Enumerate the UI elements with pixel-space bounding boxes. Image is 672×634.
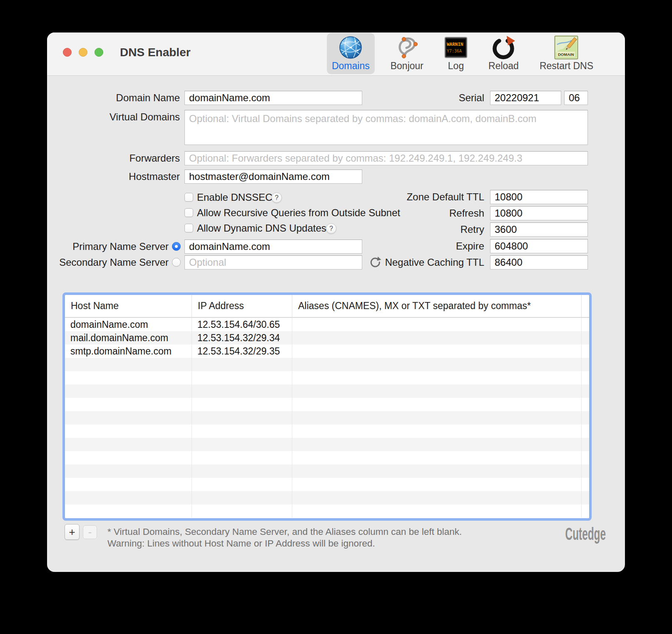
primary-ns-radio[interactable] <box>172 242 181 251</box>
cell-ip-address[interactable]: 12.53.154.32/29.34 <box>192 331 292 344</box>
secondary-ns-input[interactable] <box>184 255 362 270</box>
table-empty-row[interactable] <box>65 424 589 438</box>
cell-host-name[interactable]: smtp.domainName.com <box>65 344 192 358</box>
add-row-button[interactable]: + <box>65 524 80 540</box>
globe-network-icon <box>338 35 363 60</box>
primary-ns-label: Primary Name Server <box>47 240 169 254</box>
hostmaster-label: Hostmaster <box>47 170 180 184</box>
serial-suffix-input[interactable] <box>564 91 588 105</box>
toolbar-label-bonjour: Bonjour <box>391 60 423 72</box>
zoom-button[interactable] <box>95 48 103 57</box>
toolbar-label-restart-dns: Restart DNS <box>540 60 593 72</box>
screenshot-stage: DNS Enabler <box>0 0 672 634</box>
virtual-domains-label: Virtual Domains <box>47 110 180 124</box>
table-empty-row[interactable] <box>65 464 589 478</box>
table-empty-row[interactable] <box>65 371 589 384</box>
allow-dynamic-dns-label: Allow Dynamic DNS Updates <box>197 222 326 234</box>
table-empty-row[interactable] <box>65 384 589 398</box>
table-empty-row[interactable] <box>65 504 589 518</box>
toolbar-item-log[interactable]: WARNIN Y7:36A Log <box>439 33 473 74</box>
toolbar-item-domains[interactable]: Domains <box>327 33 375 74</box>
forwarders-label: Forwarders <box>47 151 180 165</box>
column-header-extra <box>582 295 589 317</box>
column-header-ip-address[interactable]: IP Address <box>192 295 292 317</box>
serial-input[interactable] <box>490 91 561 105</box>
close-button[interactable] <box>63 48 72 57</box>
table-empty-row[interactable] <box>65 478 589 491</box>
host-table: Host Name IP Address Aliases (CNAMES), M… <box>62 292 592 521</box>
titlebar: DNS Enabler <box>47 32 625 76</box>
table-row[interactable]: domainName.com 12.53.154.64/30.65 <box>65 318 589 331</box>
footnote-line-1: * Virtual Domains, Secondary Name Server… <box>107 526 462 538</box>
table-empty-row[interactable] <box>65 358 589 371</box>
table-empty-row[interactable] <box>65 451 589 464</box>
negative-caching-ttl-input[interactable] <box>490 255 588 270</box>
expire-input[interactable] <box>490 239 588 253</box>
retry-label: Retry <box>338 222 484 237</box>
virtual-domains-textarea[interactable] <box>184 110 588 145</box>
remove-row-button[interactable]: - <box>83 525 97 539</box>
cell-aliases[interactable] <box>292 331 582 344</box>
table-row[interactable]: mail.domainName.com 12.53.154.32/29.34 <box>65 331 589 344</box>
app-window: DNS Enabler <box>47 32 625 572</box>
svg-text:WARNIN: WARNIN <box>447 42 463 47</box>
toolbar-item-bonjour[interactable]: Bonjour <box>386 33 428 74</box>
cell-ip-address[interactable]: 12.53.154.64/30.65 <box>192 318 292 331</box>
footnote: * Virtual Domains, Secondary Name Server… <box>107 526 462 549</box>
reload-circular-arrow-icon <box>491 35 515 60</box>
refresh-input[interactable] <box>490 206 588 220</box>
toolbar-label-domains: Domains <box>332 60 370 72</box>
toolbar-item-restart-dns[interactable]: DOMAIN Restart DNS <box>535 33 598 74</box>
allow-recursive-queries-checkbox[interactable] <box>184 208 193 217</box>
zone-default-ttl-input[interactable] <box>490 190 588 204</box>
negative-caching-ttl-label: Negative Caching TTL <box>338 255 484 270</box>
domain-name-input[interactable] <box>184 91 362 105</box>
toolbar: Domains Bonj <box>327 34 598 74</box>
svg-text:DOMAIN: DOMAIN <box>558 52 574 57</box>
cell-host-name[interactable]: mail.domainName.com <box>65 331 192 344</box>
toolbar-label-log: Log <box>448 60 464 72</box>
refresh-label: Refresh <box>338 206 484 220</box>
cell-host-name[interactable]: domainName.com <box>65 318 192 331</box>
secondary-ns-radio[interactable] <box>172 258 181 267</box>
primary-ns-input[interactable] <box>184 240 362 254</box>
allow-dynamic-dns-checkbox[interactable] <box>184 224 193 232</box>
cell-aliases[interactable] <box>292 318 582 331</box>
zone-default-ttl-label: Zone Default TTL <box>338 190 484 204</box>
serial-label: Serial <box>351 91 484 105</box>
expire-label: Expire <box>338 239 484 253</box>
toolbar-item-reload[interactable]: Reload <box>483 33 524 74</box>
dnssec-help-button[interactable]: ? <box>271 192 282 203</box>
window-title: DNS Enabler <box>120 46 191 59</box>
table-body: domainName.com 12.53.154.64/30.65 mail.d… <box>65 318 589 518</box>
domain-map-pencil-icon: DOMAIN <box>554 35 578 60</box>
footnote-line-2: Warning: Lines without Host Name or IP A… <box>107 538 462 549</box>
table-empty-row[interactable] <box>65 398 589 411</box>
minimize-button[interactable] <box>79 48 87 57</box>
table-empty-row[interactable] <box>65 491 589 504</box>
dynamic-dns-help-button[interactable]: ? <box>326 223 336 234</box>
log-led-sign-icon: WARNIN Y7:36A <box>444 35 468 60</box>
cell-ip-address[interactable]: 12.53.154.32/29.35 <box>192 344 292 358</box>
column-header-host-name[interactable]: Host Name <box>65 295 192 317</box>
svg-text:Y7:36A: Y7:36A <box>447 49 462 53</box>
table-empty-row[interactable] <box>65 438 589 451</box>
column-header-aliases[interactable]: Aliases (CNAMES), MX or TXT separated by… <box>292 295 582 317</box>
secondary-ns-label: Secondary Name Server <box>47 255 169 270</box>
bonjour-icon <box>395 35 418 60</box>
enable-dnssec-label: Enable DNSSEC <box>197 192 272 203</box>
forwarders-input[interactable] <box>184 151 588 165</box>
table-empty-row[interactable] <box>65 411 589 424</box>
cutedge-logo: Cutedge <box>565 524 606 544</box>
host-table-header: Host Name IP Address Aliases (CNAMES), M… <box>65 295 589 318</box>
hostmaster-input[interactable] <box>184 170 362 184</box>
table-row[interactable]: smtp.domainName.com 12.53.154.32/29.35 <box>65 344 589 358</box>
cell-aliases[interactable] <box>292 344 582 358</box>
domain-name-label: Domain Name <box>47 91 180 105</box>
retry-input[interactable] <box>490 222 588 237</box>
enable-dnssec-checkbox[interactable] <box>184 193 193 202</box>
toolbar-label-reload: Reload <box>488 60 519 72</box>
